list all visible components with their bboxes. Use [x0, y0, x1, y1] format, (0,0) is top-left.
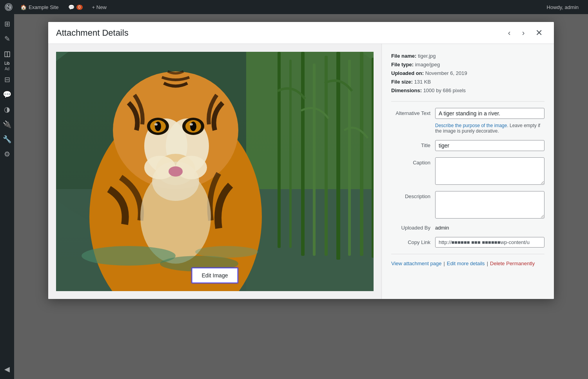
svg-rect-29: [301, 52, 305, 256]
uploaded-by-row: Uploaded By admin: [391, 225, 544, 231]
next-attachment-button[interactable]: ›: [516, 26, 530, 40]
pages-icon[interactable]: ⊟: [0, 73, 14, 86]
svg-rect-30: [313, 64, 316, 256]
title-field: Title: [391, 140, 544, 151]
admin-bar: 🏠 Example Site 💬 0 + New Howdy, admin: [0, 0, 588, 14]
modal-header: Attachment Details ‹ › ✕: [48, 22, 554, 44]
modal-overlay[interactable]: Attachment Details ‹ › ✕: [14, 14, 588, 379]
svg-point-18: [190, 123, 193, 126]
svg-point-16: [190, 122, 196, 131]
title-input[interactable]: [435, 140, 544, 151]
file-name-row: File name: tiger.jpg: [391, 52, 544, 60]
copy-link-row: Copy Link: [391, 237, 544, 248]
appearance-icon[interactable]: ◑: [0, 103, 14, 116]
svg-point-26: [195, 246, 258, 258]
howdy-label: Howdy, admin: [542, 4, 583, 10]
delete-permanently-link[interactable]: Delete Permanently: [490, 261, 535, 266]
modal-body: Edit Image File name: tiger.jpg File typ…: [48, 44, 554, 299]
title-label: Title: [391, 140, 430, 148]
uploaded-by-label: Uploaded By: [391, 225, 430, 231]
dashboard-icon[interactable]: ⊞: [0, 17, 14, 31]
collapse-icon[interactable]: ◀: [0, 363, 14, 376]
media-label: Lib: [4, 61, 9, 66]
description-textarea[interactable]: [435, 191, 544, 219]
comments-link[interactable]: 💬 0: [64, 0, 87, 14]
svg-rect-27: [278, 52, 281, 248]
settings-icon[interactable]: ⚙: [0, 148, 14, 161]
close-modal-button[interactable]: ✕: [532, 26, 546, 40]
wp-logo-icon[interactable]: [5, 3, 13, 11]
main-content: Attachment Details ‹ › ✕: [14, 14, 588, 379]
divider: [391, 254, 544, 254]
svg-point-15: [155, 122, 161, 131]
edit-image-button[interactable]: Edit Image: [192, 268, 238, 283]
view-attachment-page-link[interactable]: View attachment page: [391, 261, 441, 266]
admin-sidebar: ⊞ ✎ ◫ Lib Ad ⊟ 💬 ◑ 🔌 🔧 ⚙ ◀: [0, 14, 14, 379]
edit-more-details-link[interactable]: Edit more details: [447, 261, 485, 266]
alt-text-field: Alternative Text Describe the purpose of…: [391, 108, 544, 134]
svg-point-21: [144, 156, 176, 179]
prev-attachment-button[interactable]: ‹: [502, 26, 516, 40]
copy-link-label: Copy Link: [391, 239, 430, 245]
alt-text-help-link[interactable]: Describe the purpose of the image: [435, 123, 507, 128]
caption-field: Caption: [391, 157, 544, 185]
svg-point-17: [154, 123, 158, 126]
new-content-link[interactable]: + New: [87, 0, 111, 14]
uploaded-on-row: Uploaded on: November 6, 2019: [391, 69, 544, 78]
alt-text-label: Alternative Text: [391, 108, 430, 116]
svg-rect-31: [325, 56, 328, 256]
alt-text-input[interactable]: [435, 108, 544, 119]
file-info-section: File name: tiger.jpg File type: image/jp…: [391, 52, 544, 102]
plugins-icon[interactable]: 🔌: [0, 118, 14, 131]
tools-icon[interactable]: 🔧: [0, 133, 14, 146]
separator-2: |: [485, 261, 490, 266]
svg-point-23: [169, 166, 183, 177]
media-icon[interactable]: ◫: [0, 47, 14, 60]
caption-label: Caption: [391, 157, 430, 166]
description-field: Description: [391, 191, 544, 219]
attachment-actions: View attachment page | Edit more details…: [391, 261, 544, 266]
details-panel: File name: tiger.jpg File type: image/jp…: [381, 44, 554, 299]
attachment-details-modal: Attachment Details ‹ › ✕: [48, 22, 554, 299]
uploaded-by-value: admin: [435, 225, 449, 231]
svg-rect-35: [372, 58, 374, 258]
add-new-label: Ad: [5, 67, 9, 71]
caption-textarea[interactable]: [435, 157, 544, 185]
dimensions-row: Dimensions: 1000 by 686 pixels: [391, 86, 544, 95]
separator-1: |: [441, 261, 446, 266]
svg-point-22: [176, 156, 207, 179]
svg-rect-32: [336, 52, 340, 260]
image-area: Edit Image: [48, 44, 381, 299]
file-size-row: File size: 131 KB: [391, 78, 544, 86]
comments-sidebar-icon[interactable]: 💬: [0, 88, 14, 101]
attachment-image: [56, 52, 374, 291]
posts-icon[interactable]: ✎: [0, 32, 14, 46]
edit-image-button-wrapper: Edit Image: [192, 268, 238, 283]
file-type-row: File type: image/jpeg: [391, 60, 544, 69]
modal-title: Attachment Details: [56, 28, 502, 38]
alt-text-help: Describe the purpose of the image. Leave…: [435, 123, 544, 134]
site-name-link[interactable]: 🏠 Example Site: [16, 0, 64, 14]
copy-link-input[interactable]: [435, 237, 544, 248]
svg-rect-34: [360, 52, 363, 256]
description-label: Description: [391, 191, 430, 199]
